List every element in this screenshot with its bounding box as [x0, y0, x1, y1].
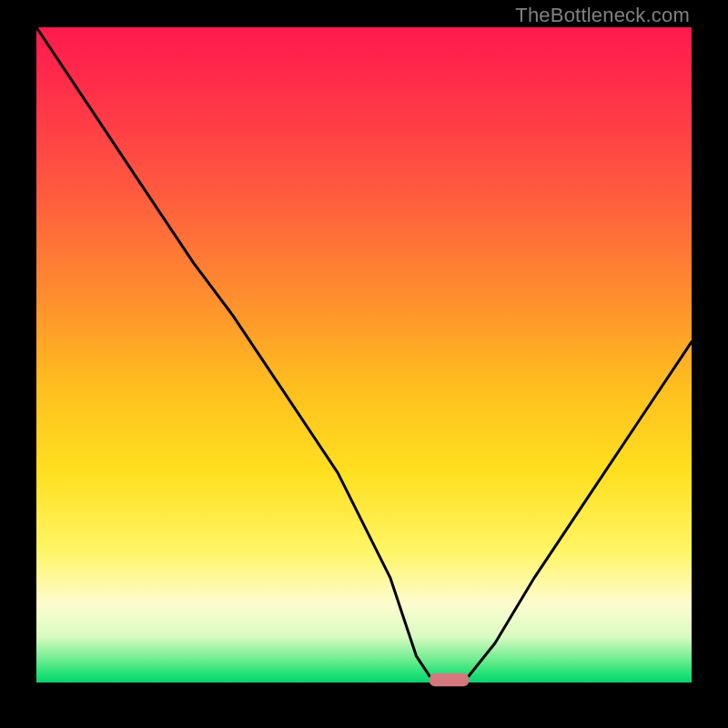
chart-frame: TheBottleneck.com — [0, 0, 728, 728]
plot-area — [36, 27, 692, 682]
bottleneck-curve — [36, 27, 692, 682]
curve-svg — [36, 27, 692, 682]
optimal-marker — [430, 673, 469, 686]
watermark-text: TheBottleneck.com — [515, 4, 690, 27]
